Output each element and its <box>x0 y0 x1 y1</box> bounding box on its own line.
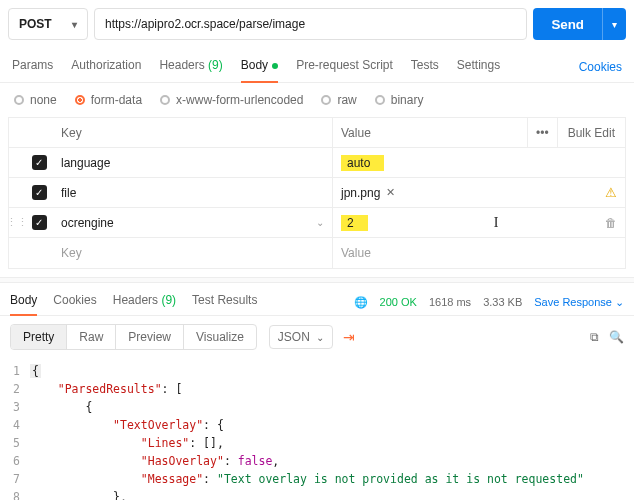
tab-settings[interactable]: Settings <box>457 52 500 82</box>
code-text: }, <box>30 488 634 500</box>
line-number: 6 <box>0 452 30 470</box>
chevron-down-icon[interactable]: ⌄ <box>316 217 324 228</box>
line-number: 1 <box>0 362 30 380</box>
value-cell[interactable]: 2 I 🗑 <box>333 208 625 237</box>
tab-body[interactable]: Body <box>241 52 278 82</box>
line-number: 3 <box>0 398 30 416</box>
radio-form-data[interactable]: form-data <box>75 93 142 107</box>
table-row-empty: Key Value <box>9 238 625 268</box>
line-number: 4 <box>0 416 30 434</box>
code-line: 3 { <box>0 398 634 416</box>
cookies-link[interactable]: Cookies <box>579 60 622 74</box>
code-text: { <box>30 362 634 380</box>
bulk-edit-button[interactable]: Bulk Edit <box>557 118 625 147</box>
tab-tests[interactable]: Tests <box>411 52 439 82</box>
network-icon: 🌐 <box>354 296 368 309</box>
chevron-down-icon: ⌄ <box>615 296 624 308</box>
request-tabs: Params Authorization Headers (9) Body Pr… <box>0 48 634 83</box>
url-value: https://apipro2.ocr.space/parse/image <box>105 17 305 31</box>
code-text: "TextOverlay": { <box>30 416 634 434</box>
remove-file-icon[interactable]: ✕ <box>386 186 395 199</box>
tab-headers[interactable]: Headers (9) <box>159 52 222 82</box>
delete-row-icon[interactable]: 🗑 <box>605 216 617 230</box>
modified-dot-icon <box>272 63 278 69</box>
key-cell[interactable]: language <box>53 148 333 177</box>
wrap-lines-icon[interactable]: ⇥ <box>343 329 355 345</box>
form-data-table: Key Value ••• Bulk Edit ✓ language auto … <box>8 117 626 269</box>
body-type-radios: none form-data x-www-form-urlencoded raw… <box>0 83 634 117</box>
status-code: 200 OK <box>380 296 417 308</box>
line-number: 5 <box>0 434 30 452</box>
row-checkbox[interactable]: ✓ <box>32 155 47 170</box>
table-row: ⋮⋮ ✓ ocrengine ⌄ 2 I 🗑 <box>9 208 625 238</box>
send-dropdown-button[interactable]: ▾ <box>602 8 626 40</box>
warning-icon: ⚠ <box>605 185 617 200</box>
row-checkbox[interactable]: ✓ <box>32 185 47 200</box>
code-line: 8 }, <box>0 488 634 500</box>
radio-raw[interactable]: raw <box>321 93 356 107</box>
http-method-label: POST <box>19 17 52 31</box>
viewmode-preview[interactable]: Preview <box>116 325 184 349</box>
code-text: "ParsedResults": [ <box>30 380 634 398</box>
line-number: 8 <box>0 488 30 500</box>
status-size: 3.33 KB <box>483 296 522 308</box>
viewmode-raw[interactable]: Raw <box>67 325 116 349</box>
row-checkbox[interactable]: ✓ <box>32 215 47 230</box>
tab-prerequest[interactable]: Pre-request Script <box>296 52 393 82</box>
code-line: 2 "ParsedResults": [ <box>0 380 634 398</box>
view-mode-bar: Pretty Raw Preview Visualize JSON ⌄ ⇥ ⧉ … <box>0 316 634 358</box>
http-method-select[interactable]: POST ▾ <box>8 8 88 40</box>
code-text: "Message": "Text overlay is not provided… <box>30 470 634 488</box>
radio-icon <box>14 95 24 105</box>
radio-icon <box>375 95 385 105</box>
viewmode-pretty[interactable]: Pretty <box>11 325 67 349</box>
radio-urlencoded[interactable]: x-www-form-urlencoded <box>160 93 303 107</box>
line-number: 7 <box>0 470 30 488</box>
drag-handle-icon[interactable]: ⋮⋮ <box>9 208 25 237</box>
response-body-viewer[interactable]: 1{2 "ParsedResults": [3 {4 "TextOverlay"… <box>0 358 634 500</box>
code-line: 6 "HasOverlay": false, <box>0 452 634 470</box>
column-header-key: Key <box>53 118 333 147</box>
value-cell[interactable]: jpn.png ✕ ⚠ <box>333 178 625 207</box>
send-button[interactable]: Send <box>533 8 602 40</box>
code-text: { <box>30 398 634 416</box>
value-input-placeholder[interactable]: Value <box>333 238 625 268</box>
radio-none[interactable]: none <box>14 93 57 107</box>
tab-params[interactable]: Params <box>12 52 53 82</box>
status-time: 1618 ms <box>429 296 471 308</box>
resp-tab-testresults[interactable]: Test Results <box>192 289 257 315</box>
code-line: 5 "Lines": [], <box>0 434 634 452</box>
line-number: 2 <box>0 380 30 398</box>
table-row: ✓ file jpn.png ✕ ⚠ <box>9 178 625 208</box>
code-line: 7 "Message": "Text overlay is not provid… <box>0 470 634 488</box>
column-header-value: Value <box>333 118 527 147</box>
resp-tab-body[interactable]: Body <box>10 289 37 315</box>
key-input-placeholder[interactable]: Key <box>53 238 333 268</box>
key-cell[interactable]: file <box>53 178 333 207</box>
code-line: 1{ <box>0 362 634 380</box>
key-cell[interactable]: ocrengine ⌄ <box>53 208 333 237</box>
viewmode-visualize[interactable]: Visualize <box>184 325 256 349</box>
radio-icon <box>321 95 331 105</box>
chevron-down-icon: ▾ <box>72 19 77 30</box>
resp-tab-headers[interactable]: Headers (9) <box>113 289 176 315</box>
copy-icon[interactable]: ⧉ <box>590 330 599 344</box>
radio-icon <box>75 95 85 105</box>
table-row: ✓ language auto <box>9 148 625 178</box>
tab-authorization[interactable]: Authorization <box>71 52 141 82</box>
response-tabs: Body Cookies Headers (9) Test Results 🌐 … <box>0 283 634 316</box>
text-cursor-icon: I <box>494 215 499 231</box>
value-cell[interactable]: auto <box>333 148 625 177</box>
code-text: "Lines": [], <box>30 434 634 452</box>
resp-tab-cookies[interactable]: Cookies <box>53 289 96 315</box>
url-input[interactable]: https://apipro2.ocr.space/parse/image <box>94 8 527 40</box>
code-line: 4 "TextOverlay": { <box>0 416 634 434</box>
code-text: "HasOverlay": false, <box>30 452 634 470</box>
format-select[interactable]: JSON ⌄ <box>269 325 333 349</box>
chevron-down-icon: ⌄ <box>316 332 324 343</box>
search-icon[interactable]: 🔍 <box>609 330 624 344</box>
column-options-button[interactable]: ••• <box>527 118 557 147</box>
save-response-button[interactable]: Save Response ⌄ <box>534 296 624 309</box>
radio-binary[interactable]: binary <box>375 93 424 107</box>
radio-icon <box>160 95 170 105</box>
